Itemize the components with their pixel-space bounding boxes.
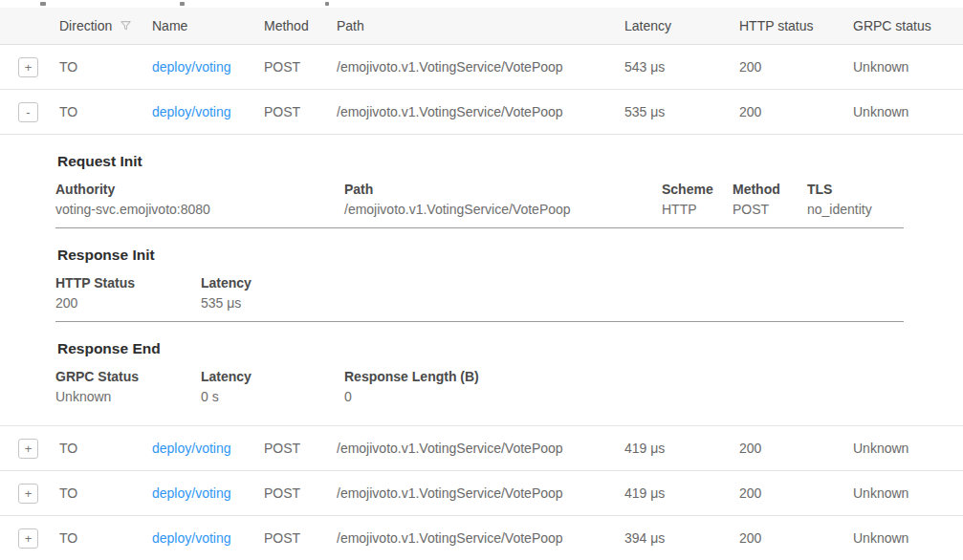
latency-cell: 535 μs (624, 104, 739, 119)
path-cell: /emojivoto.v1.VotingService/VotePoop (337, 441, 624, 456)
grpc-status-cell: Unknown (853, 530, 963, 546)
direction-cell: TO (59, 59, 152, 75)
field-value: /emojivoto.v1.VotingService/VotePoop (344, 202, 662, 217)
grpc-status-cell: Unknown (853, 104, 963, 119)
direction-cell: TO (59, 485, 152, 501)
http-status-cell: 200 (739, 485, 853, 501)
column-header-method: Method (264, 18, 337, 33)
expand-row-button[interactable]: + (18, 528, 38, 549)
field-label: Path (344, 182, 662, 197)
clipped-content-remnant (40, 2, 46, 6)
field-label: Latency (201, 275, 904, 291)
tap-event-table: Direction Name Method Path Latency HTTP … (0, 0, 963, 560)
filter-icon[interactable] (119, 19, 133, 32)
method-cell: POST (264, 59, 337, 75)
section-title: Request Init (57, 153, 904, 170)
resource-name-link[interactable]: deploy/voting (152, 59, 231, 75)
field-value: 0 s (201, 389, 344, 404)
method-field: Method POST (733, 182, 807, 217)
http-status-cell: 200 (739, 441, 853, 456)
field-value: 200 (55, 295, 201, 311)
request-init-section: Request Init Authority voting-svc.emojiv… (55, 135, 904, 228)
resource-name-link[interactable]: deploy/voting (152, 485, 231, 501)
authority-field: Authority voting-svc.emojivoto:8080 (55, 182, 344, 217)
direction-cell: TO (59, 441, 152, 456)
resource-name-link[interactable]: deploy/voting (152, 104, 231, 119)
field-value: POST (733, 202, 807, 217)
scheme-field: Scheme HTTP (662, 182, 733, 217)
clipped-row-above (0, 0, 963, 8)
tls-field: TLS no_identity (807, 182, 904, 217)
method-cell: POST (264, 485, 337, 501)
field-value: Unknown (55, 389, 201, 404)
grpc-status-field: GRPC Status Unknown (55, 369, 201, 404)
http-status-cell: 200 (739, 59, 853, 75)
field-label: Method (733, 182, 807, 197)
table-row-expanded: - TO deploy/voting POST /emojivoto.v1.Vo… (0, 90, 963, 135)
latency-cell: 543 μs (624, 59, 739, 75)
table-row: + TO deploy/voting POST /emojivoto.v1.Vo… (0, 45, 963, 90)
field-value: no_identity (807, 202, 904, 217)
section-title: Response Init (57, 247, 904, 264)
field-label: Response Length (B) (344, 369, 904, 384)
expand-row-button[interactable]: + (18, 439, 38, 459)
http-status-cell: 200 (739, 104, 853, 119)
column-header-direction-label: Direction (59, 18, 112, 33)
field-label: TLS (807, 182, 904, 197)
field-label: Latency (201, 369, 344, 384)
latency-field: Latency 0 s (201, 369, 344, 404)
field-label: Scheme (662, 182, 733, 197)
grpc-status-cell: Unknown (853, 485, 963, 501)
direction-cell: TO (59, 104, 152, 119)
path-cell: /emojivoto.v1.VotingService/VotePoop (337, 485, 624, 501)
expanded-row-detail: Request Init Authority voting-svc.emojiv… (0, 135, 963, 426)
direction-cell: TO (59, 530, 152, 546)
collapse-row-button[interactable]: - (18, 102, 38, 122)
expand-row-button[interactable]: + (18, 484, 38, 504)
table-row: + TO deploy/voting POST /emojivoto.v1.Vo… (0, 426, 963, 471)
path-cell: /emojivoto.v1.VotingService/VotePoop (337, 530, 624, 546)
response-length-field: Response Length (B) 0 (344, 369, 904, 404)
column-header-name: Name (152, 18, 264, 33)
table-row: + TO deploy/voting POST /emojivoto.v1.Vo… (0, 471, 963, 516)
path-cell: /emojivoto.v1.VotingService/VotePoop (337, 59, 624, 75)
field-value: 0 (344, 389, 904, 404)
table-row: + TO deploy/voting POST /emojivoto.v1.Vo… (0, 516, 963, 560)
method-cell: POST (264, 441, 337, 456)
field-value: 535 μs (201, 295, 904, 311)
http-status-field: HTTP Status 200 (55, 275, 201, 311)
method-cell: POST (264, 104, 337, 119)
grpc-status-cell: Unknown (853, 59, 963, 75)
field-value: HTTP (662, 202, 733, 217)
grpc-status-cell: Unknown (853, 441, 963, 456)
latency-cell: 419 μs (624, 441, 739, 456)
response-end-section: Response End GRPC Status Unknown Latency… (55, 322, 904, 425)
field-label: HTTP Status (55, 275, 201, 291)
clipped-content-remnant (180, 2, 185, 6)
path-field: Path /emojivoto.v1.VotingService/VotePoo… (344, 182, 662, 217)
column-header-direction: Direction (59, 18, 152, 33)
column-header-grpc-status: GRPC status (853, 18, 963, 33)
table-header-row: Direction Name Method Path Latency HTTP … (0, 8, 963, 45)
path-cell: /emojivoto.v1.VotingService/VotePoop (337, 104, 624, 119)
method-cell: POST (264, 530, 337, 546)
field-value: voting-svc.emojivoto:8080 (55, 202, 344, 217)
latency-cell: 419 μs (624, 485, 739, 501)
latency-field: Latency 535 μs (201, 275, 904, 311)
column-header-http-status: HTTP status (739, 18, 853, 33)
column-header-path: Path (337, 18, 624, 33)
column-header-latency: Latency (624, 18, 739, 33)
resource-name-link[interactable]: deploy/voting (152, 441, 231, 456)
field-label: Authority (55, 182, 344, 197)
http-status-cell: 200 (739, 530, 853, 546)
latency-cell: 394 μs (624, 530, 739, 546)
clipped-content-remnant (325, 2, 329, 6)
resource-name-link[interactable]: deploy/voting (152, 530, 231, 546)
field-label: GRPC Status (55, 369, 201, 384)
section-title: Response End (57, 340, 904, 357)
response-init-section: Response Init HTTP Status 200 Latency 53… (55, 228, 904, 322)
expand-row-button[interactable]: + (18, 57, 38, 77)
